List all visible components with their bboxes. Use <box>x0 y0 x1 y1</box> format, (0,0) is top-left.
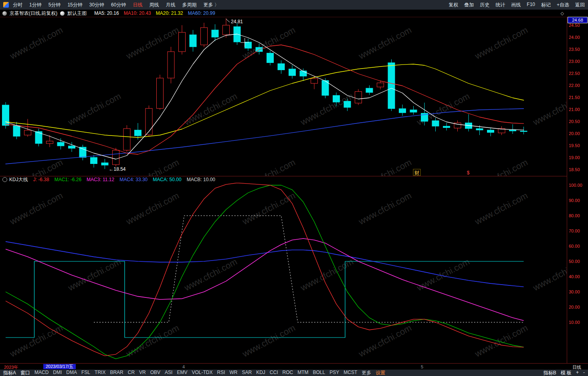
indicator-canvas[interactable]: www.cfchi.comwww.cfchi.comwww.cfchi.comw… <box>0 183 567 363</box>
indicator-btn-MTM[interactable]: MTM <box>297 370 308 376</box>
watermark: www.cfchi.com <box>473 157 529 176</box>
ma-values: MA5: 20.16MA10: 20.43MA20: 21.32MA60: 20… <box>89 10 215 16</box>
indicator-btn-ROC[interactable]: ROC <box>283 370 293 376</box>
month-tick-4: 4 <box>182 364 185 369</box>
kdj-indicator-chart[interactable]: www.cfchi.comwww.cfchi.comwww.cfchi.comw… <box>0 183 567 363</box>
indicator-btn-DMA[interactable]: DMA <box>66 370 77 376</box>
period-tab-6[interactable]: 日线 <box>133 2 142 8</box>
price-tick: 19.00 <box>569 155 588 160</box>
watermark: www.cfchi.com <box>240 157 297 176</box>
diamond-icon[interactable]: ◇ <box>561 11 564 16</box>
high-price-label: 24.81 <box>231 19 243 24</box>
indicator-btn-PSY[interactable]: PSY <box>329 370 339 376</box>
top-menu-bar: 分时1分钟5分钟15分钟30分钟60分钟日线周线月线多周期更多 〉 复权叠加历史… <box>0 0 588 10</box>
toolbar-right-2[interactable]: + <box>576 370 579 376</box>
period-tab-5[interactable]: 60分钟 <box>111 2 126 8</box>
price-tick: 19.50 <box>569 143 588 148</box>
top-tool-1[interactable]: 叠加 <box>464 2 474 8</box>
info-badge[interactable]: $ <box>467 170 470 176</box>
indicator-btn-VR[interactable]: VR <box>139 370 146 376</box>
indicator-btn-WR[interactable]: WR <box>229 370 237 376</box>
indicator-btn-MACD[interactable]: MACD <box>34 370 48 376</box>
period-tab-4[interactable]: 30分钟 <box>89 2 104 8</box>
top-tool-0[interactable]: 复权 <box>449 2 458 8</box>
indicator-btn-ASI[interactable]: ASI <box>165 370 172 376</box>
stock-title[interactable]: 京基智农(日线,前复权) <box>10 10 57 17</box>
candle-body <box>212 30 218 37</box>
toolbar-窗口[interactable]: 窗口 <box>20 370 30 376</box>
main-style-label[interactable]: 默认主图 <box>67 10 87 17</box>
watermark: www.cfchi.com <box>473 190 529 227</box>
candle-body <box>46 141 53 144</box>
main-candlestick-chart[interactable]: www.cfchi.comwww.cfchi.comwww.cfchi.comw… <box>0 17 567 176</box>
top-tool-8[interactable]: 返回 <box>575 2 585 8</box>
period-tab-3[interactable]: 15分钟 <box>67 2 82 8</box>
indicator-btn-KDJ[interactable]: KDJ <box>256 370 265 376</box>
candle-body <box>278 64 285 70</box>
candle-body <box>57 142 64 146</box>
indicator-cycle-icon[interactable] <box>2 177 7 182</box>
indicator-btn-FSL[interactable]: FSL <box>81 370 90 376</box>
period-tab-9[interactable]: 多周期 <box>182 2 196 8</box>
toolbar-right-3[interactable]: - <box>583 370 585 376</box>
watermark: www.cfchi.com <box>357 190 413 227</box>
watermark: www.cfchi.com <box>531 91 567 127</box>
price-tick: 21.00 <box>569 107 588 112</box>
indicator-btn-OBV[interactable]: OBV <box>150 370 160 376</box>
period-tab-7[interactable]: 周线 <box>149 2 159 8</box>
period-tab-0[interactable]: 分时 <box>13 2 22 8</box>
period-tab-8[interactable]: 月线 <box>166 2 175 8</box>
period-tab-2[interactable]: 5分钟 <box>48 2 61 8</box>
indicator-btn-RSI[interactable]: RSI <box>217 370 225 376</box>
watermark: www.cfchi.com <box>8 190 65 227</box>
indicator-btn-VOL-TDX[interactable]: VOL-TDX <box>192 370 212 376</box>
toolbar-right-0[interactable]: 指标B <box>544 370 556 376</box>
selected-date[interactable]: 2023/03/17/五 <box>43 364 76 369</box>
ma-value-1: MA10: 20.43 <box>124 10 151 16</box>
watermark: www.cfchi.com <box>124 323 181 359</box>
watermark: www.cfchi.com <box>240 323 297 359</box>
candle-body <box>145 108 152 135</box>
toolbar-指标A[interactable]: 指标A <box>3 370 16 376</box>
candle-body <box>300 71 307 76</box>
top-tool-7[interactable]: +自选 <box>557 2 569 8</box>
app-icon[interactable] <box>3 2 9 8</box>
indicator-btn-EMV[interactable]: EMV <box>177 370 187 376</box>
top-tool-5[interactable]: F10 <box>527 2 535 8</box>
candle-body <box>123 129 130 150</box>
settings-button[interactable]: 设置 <box>376 370 385 376</box>
top-tool-6[interactable]: 标记 <box>541 2 551 8</box>
indicator-title[interactable]: KDJ大线 <box>9 176 28 183</box>
price-tick: 20.00 <box>569 131 588 136</box>
indicator-btn-更多[interactable]: 更多 <box>362 370 371 376</box>
low-price-label: ←18.54 <box>109 166 126 172</box>
toolbar-right-1[interactable]: 模 板 <box>561 370 572 376</box>
indicator-value-4: MACA: 50.00 <box>153 177 181 182</box>
top-tool-2[interactable]: 历史 <box>480 2 489 8</box>
indicator-tick: 10.00 <box>569 319 588 325</box>
indicator-btn-BOLL[interactable]: BOLL <box>313 370 325 376</box>
watermark: www.cfchi.com <box>66 257 123 293</box>
indicator-btn-DMI[interactable]: DMI <box>53 370 62 376</box>
main-style-icon <box>60 11 65 16</box>
candlestick-canvas[interactable]: www.cfchi.comwww.cfchi.comwww.cfchi.comw… <box>0 17 567 176</box>
top-tool-3[interactable]: 统计 <box>495 2 505 8</box>
indicator-btn-BRAR[interactable]: BRAR <box>110 370 123 376</box>
indicator-btn-CCI[interactable]: CCI <box>270 370 278 376</box>
candle-body <box>267 53 274 63</box>
ma-value-0: MA5: 20.16 <box>94 10 119 16</box>
period-tab-1[interactable]: 1分钟 <box>29 2 42 8</box>
indicator-btn-CR[interactable]: CR <box>128 370 135 376</box>
period-tab-10[interactable]: 更多 〉 <box>203 2 219 8</box>
candle-body <box>24 130 31 135</box>
ma-line-MA5 <box>6 34 524 159</box>
info-badge[interactable]: 财 <box>414 170 419 176</box>
candle-body <box>344 101 351 107</box>
top-tool-4[interactable]: 画线 <box>511 2 521 8</box>
date-axis: 2023年 2023/03/17/五 45 日线 <box>0 363 588 370</box>
indicator-btn-TRIX[interactable]: TRIX <box>95 370 105 376</box>
candle-body <box>13 125 20 136</box>
indicator-btn-SAR[interactable]: SAR <box>242 370 252 376</box>
candle-body <box>135 130 141 135</box>
indicator-btn-MCST[interactable]: MCST <box>344 370 357 376</box>
